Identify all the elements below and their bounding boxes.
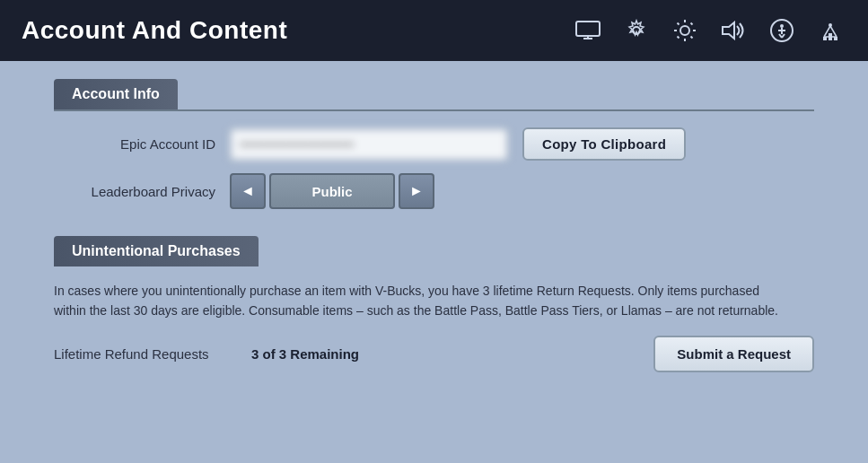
page-title: Account And Content <box>22 16 287 45</box>
epic-account-id-input[interactable] <box>230 128 508 161</box>
lifetime-refund-label: Lifetime Refund Requests <box>54 346 233 362</box>
volume-icon[interactable] <box>717 14 750 47</box>
brightness-icon[interactable] <box>669 14 701 47</box>
network-icon[interactable] <box>814 14 846 47</box>
privacy-left-arrow[interactable]: ◄ <box>230 173 266 209</box>
refund-row: Lifetime Refund Requests 3 of 3 Remainin… <box>54 346 359 362</box>
right-arrow-icon: ► <box>409 183 424 199</box>
content-area: Account Info Epic Account ID Copy To Cli… <box>0 61 868 399</box>
epic-account-id-label: Epic Account ID <box>54 136 215 152</box>
left-arrow-icon: ◄ <box>241 183 255 199</box>
refund-remaining-count: 3 of 3 Remaining <box>251 346 359 362</box>
privacy-controls: ◄ Public ► <box>230 173 434 209</box>
leaderboard-privacy-label: Leaderboard Privacy <box>54 184 215 199</box>
svg-point-15 <box>780 24 784 28</box>
account-info-body: Epic Account ID Copy To Clipboard Leader… <box>54 109 814 231</box>
display-icon[interactable] <box>572 14 604 47</box>
accessibility-icon[interactable] <box>766 14 798 47</box>
svg-marker-13 <box>723 22 734 39</box>
submit-request-button[interactable]: Submit a Request <box>653 336 814 372</box>
settings-icon[interactable] <box>620 14 653 47</box>
purchases-header: Unintentional Purchases <box>54 236 259 266</box>
copy-to-clipboard-button[interactable]: Copy To Clipboard <box>522 127 686 161</box>
leaderboard-privacy-row: Leaderboard Privacy ◄ Public ► <box>54 173 814 209</box>
svg-rect-0 <box>576 22 600 36</box>
svg-line-12 <box>678 37 679 39</box>
svg-line-10 <box>691 37 693 39</box>
purchases-header-label: Unintentional Purchases <box>72 243 241 258</box>
account-info-section: Account Info Epic Account ID Copy To Cli… <box>54 79 814 231</box>
purchases-body: In cases where you unintentionally purch… <box>54 266 814 381</box>
top-bar: Account And Content <box>0 0 868 61</box>
epic-account-id-row: Epic Account ID Copy To Clipboard <box>54 127 814 161</box>
svg-line-19 <box>782 34 785 38</box>
svg-point-26 <box>829 23 832 27</box>
svg-line-11 <box>691 23 693 25</box>
privacy-right-arrow[interactable]: ► <box>399 173 434 209</box>
svg-line-9 <box>678 23 679 25</box>
svg-point-4 <box>680 26 689 35</box>
purchases-section: Unintentional Purchases In cases where y… <box>54 236 814 381</box>
purchases-description: In cases where you unintentionally purch… <box>54 281 790 321</box>
privacy-value-display: Public <box>269 173 395 209</box>
account-info-header: Account Info <box>54 79 178 109</box>
privacy-value-text: Public <box>311 184 352 199</box>
account-info-header-label: Account Info <box>72 86 160 101</box>
nav-icons <box>572 14 846 47</box>
refund-row-wrapper: Lifetime Refund Requests 3 of 3 Remainin… <box>54 336 814 372</box>
